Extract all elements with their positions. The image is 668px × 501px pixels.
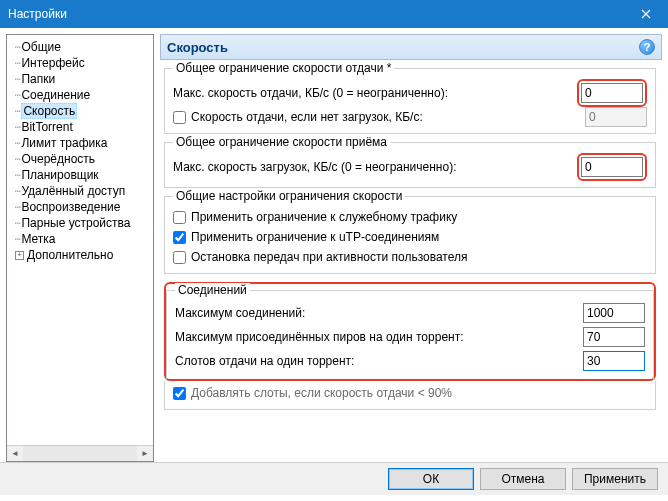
tree-branch-icon: ⋯	[15, 42, 19, 52]
tree-item[interactable]: ⋯Воспроизведение	[11, 199, 153, 215]
close-button[interactable]	[624, 0, 668, 28]
tree-item-label: Планировщик	[21, 168, 98, 182]
conn-max-label: Максимум соединений:	[175, 306, 577, 320]
tree-item[interactable]: ⋯Планировщик	[11, 167, 153, 183]
tree-branch-icon: ⋯	[15, 234, 19, 244]
conn-slots-label: Слотов отдачи на один торрент:	[175, 354, 577, 368]
titlebar: Настройки	[0, 0, 668, 28]
window-title: Настройки	[8, 7, 67, 21]
tree-branch-icon: ⋯	[15, 186, 19, 196]
tree-expand-icon[interactable]: +	[15, 251, 24, 260]
conn-peers-input[interactable]	[583, 327, 645, 347]
tree-branch-icon: ⋯	[15, 138, 19, 148]
tree-item-label: Очерёдность	[21, 152, 95, 166]
rate-utp-label: Применить ограничение к uTP-соединениям	[191, 230, 439, 244]
tree-item-label: Удалённый доступ	[21, 184, 125, 198]
rate-overhead-row[interactable]: Применить ограничение к служебному трафи…	[173, 207, 647, 227]
tree-item-label: BitTorrent	[21, 120, 72, 134]
tree-item[interactable]: +Дополнительно	[11, 247, 153, 263]
upload-legend: Общее ограничение скорости отдачи *	[173, 61, 394, 75]
rate-overhead-label: Применить ограничение к служебному трафи…	[191, 210, 457, 224]
upload-max-label: Макс. скорость отдачи, КБ/с (0 = неогран…	[173, 86, 571, 100]
page-header: Скорость ?	[160, 34, 662, 60]
upload-max-input[interactable]	[581, 83, 643, 103]
tree-item[interactable]: ⋯Лимит трафика	[11, 135, 153, 151]
tree-item[interactable]: ⋯Очерёдность	[11, 151, 153, 167]
tree-item[interactable]: ⋯Парные устройства	[11, 215, 153, 231]
tree-item[interactable]: ⋯Папки	[11, 71, 153, 87]
conn-peers-label: Максимум присоединённых пиров на один то…	[175, 330, 577, 344]
tree-item[interactable]: ⋯Соединение	[11, 87, 153, 103]
tree-item[interactable]: ⋯Скорость	[11, 103, 153, 119]
upload-alt-input	[585, 107, 647, 127]
download-max-input[interactable]	[581, 157, 643, 177]
rate-legend: Общие настройки ограничения скорости	[173, 189, 405, 203]
rate-useractivity-row[interactable]: Остановка передач при активности пользов…	[173, 247, 647, 267]
tree-item-label: Соединение	[21, 88, 90, 102]
rate-utp-checkbox[interactable]	[173, 231, 186, 244]
tree-branch-icon: ⋯	[15, 58, 19, 68]
tree-h-scrollbar[interactable]: ◄ ►	[7, 445, 153, 461]
tree-item-label: Скорость	[21, 103, 77, 119]
tree-item-label: Парные устройства	[21, 216, 130, 230]
tree-item-label: Дополнительно	[27, 248, 113, 262]
tree-item[interactable]: ⋯Интерфейс	[11, 55, 153, 71]
tree-item[interactable]: ⋯Удалённый доступ	[11, 183, 153, 199]
download-limit-group: Общее ограничение скорости приёма Макс. …	[164, 142, 656, 188]
nav-tree: ⋯Общие⋯Интерфейс⋯Папки⋯Соединение⋯Скорос…	[6, 34, 154, 462]
tree-branch-icon: ⋯	[15, 218, 19, 228]
tree-branch-icon: ⋯	[15, 202, 19, 212]
tree-item[interactable]: ⋯Метка	[11, 231, 153, 247]
tree-item-label: Папки	[21, 72, 55, 86]
conn-addslots-row[interactable]: Добавлять слоты, если скорость отдачи < …	[173, 383, 647, 403]
apply-button[interactable]: Применить	[572, 468, 658, 490]
scroll-right-icon[interactable]: ►	[137, 446, 153, 461]
tree-branch-icon: ⋯	[15, 170, 19, 180]
conn-addslots-label: Добавлять слоты, если скорость отдачи < …	[191, 386, 452, 400]
tree-item-label: Метка	[21, 232, 55, 246]
rate-overhead-checkbox[interactable]	[173, 211, 186, 224]
tree-item-label: Воспроизведение	[21, 200, 120, 214]
scroll-track[interactable]	[23, 446, 137, 461]
connections-group: Соединений Максимум соединений: Максимум…	[166, 290, 654, 379]
rate-useractivity-checkbox[interactable]	[173, 251, 186, 264]
tree-item-label: Лимит трафика	[21, 136, 107, 150]
tree-item-label: Интерфейс	[21, 56, 84, 70]
tree-item[interactable]: ⋯BitTorrent	[11, 119, 153, 135]
dialog-footer: ОК Отмена Применить	[0, 462, 668, 495]
tree-item-label: Общие	[21, 40, 60, 54]
cancel-button[interactable]: Отмена	[480, 468, 566, 490]
conn-addslots-checkbox[interactable]	[173, 387, 186, 400]
help-icon[interactable]: ?	[639, 39, 655, 55]
rate-settings-group: Общие настройки ограничения скорости При…	[164, 196, 656, 274]
ok-button[interactable]: ОК	[388, 468, 474, 490]
conn-max-input[interactable]	[583, 303, 645, 323]
rate-useractivity-label: Остановка передач при активности пользов…	[191, 250, 468, 264]
tree-branch-icon: ⋯	[15, 74, 19, 84]
tree-item[interactable]: ⋯Общие	[11, 39, 153, 55]
conn-legend: Соединений	[175, 283, 250, 297]
upload-limit-group: Общее ограничение скорости отдачи * Макс…	[164, 68, 656, 134]
tree-branch-icon: ⋯	[15, 90, 19, 100]
scroll-left-icon[interactable]: ◄	[7, 446, 23, 461]
tree-branch-icon: ⋯	[15, 106, 19, 116]
page-title: Скорость	[167, 40, 228, 55]
connections-group-tail: Добавлять слоты, если скорость отдачи < …	[164, 381, 656, 410]
rate-utp-row[interactable]: Применить ограничение к uTP-соединениям	[173, 227, 647, 247]
download-max-label: Макс. скорость загрузок, КБ/с (0 = неогр…	[173, 160, 571, 174]
upload-alt-checkbox[interactable]	[173, 111, 186, 124]
tree-branch-icon: ⋯	[15, 122, 19, 132]
download-legend: Общее ограничение скорости приёма	[173, 135, 390, 149]
upload-alt-label: Скорость отдачи, если нет загрузок, КБ/с…	[191, 110, 580, 124]
conn-slots-input[interactable]	[583, 351, 645, 371]
tree-branch-icon: ⋯	[15, 154, 19, 164]
